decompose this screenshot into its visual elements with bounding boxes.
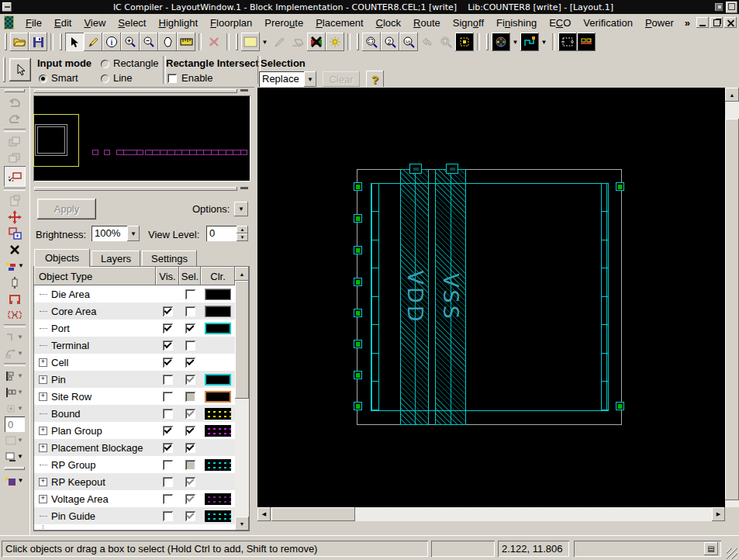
pan-button[interactable] (158, 33, 177, 51)
port[interactable] (354, 402, 362, 410)
column-vis[interactable]: Vis. (156, 267, 179, 285)
sel-checkbox[interactable] (185, 426, 195, 436)
toolbar-grip[interactable] (357, 33, 359, 50)
chevron-down-icon[interactable]: ▼ (16, 473, 25, 489)
object-row-terminal[interactable]: Terminal (34, 337, 235, 354)
column-sel[interactable]: Sel. (179, 267, 201, 285)
open-button[interactable] (10, 33, 29, 51)
scroll-down-icon[interactable]: ▼ (235, 517, 249, 531)
vis-checkbox[interactable] (163, 340, 173, 351)
chevron-down-icon[interactable]: ▼ (304, 71, 316, 87)
purge-highlight-button[interactable] (307, 33, 326, 51)
mdi-close-button[interactable] (724, 17, 737, 28)
menu-signoff[interactable]: Signoff (447, 16, 490, 30)
flip-button[interactable]: ▼ (2, 329, 28, 345)
overview-dock-grip[interactable] (34, 89, 237, 93)
object-row-cell[interactable]: +Cell (34, 354, 235, 371)
zoom-to-selected-button[interactable] (4, 166, 26, 186)
layer-flag-button[interactable]: ▼ (2, 472, 28, 489)
color-swatch[interactable] (205, 408, 231, 420)
gate-move-button[interactable] (2, 290, 28, 306)
toolbar-grip[interactable] (5, 89, 25, 92)
menu-route[interactable]: Route (407, 16, 447, 30)
net-search-dropdown[interactable]: ▼ (539, 34, 549, 50)
panel-dock-grip[interactable] (34, 187, 237, 191)
scrollbar-trough[interactable] (235, 399, 249, 517)
help-button[interactable]: ? (366, 71, 384, 88)
color-swatch[interactable] (205, 306, 231, 317)
brightness-combo[interactable]: 100% ▼ (92, 226, 140, 241)
snap-button[interactable]: ▼ (2, 400, 28, 417)
net-search-button[interactable] (520, 33, 539, 51)
chevron-down-icon[interactable]: ▼ (16, 449, 25, 465)
sel-checkbox[interactable] (185, 340, 195, 351)
scroll-right-icon[interactable]: ▶ (712, 507, 725, 521)
expander-icon[interactable]: + (39, 427, 47, 435)
ap​ply-button[interactable]: Apply (37, 199, 96, 220)
column-object-type[interactable]: Object Type (34, 267, 156, 285)
vis-checkbox[interactable] (163, 409, 173, 419)
table-scrollbar[interactable]: ▲ ▼ (235, 267, 249, 531)
color-palette-button[interactable] (492, 33, 510, 51)
expander-icon[interactable]: + (39, 495, 47, 503)
toolbar-grip[interactable] (3, 57, 5, 82)
cell-select-button[interactable] (558, 33, 577, 51)
mdi-restore-button[interactable] (710, 17, 723, 28)
port[interactable] (354, 278, 362, 286)
sel-checkbox[interactable] (185, 358, 195, 368)
port[interactable] (616, 402, 624, 410)
menu-file[interactable]: File (19, 16, 48, 30)
object-row-pin-guide[interactable]: Pin Guide (34, 507, 235, 524)
align-side-button[interactable]: ▼ (2, 384, 28, 400)
color-palette-dropdown[interactable]: ▼ (510, 34, 520, 50)
design-overview[interactable] (33, 95, 250, 181)
menu-preroute[interactable]: Preroute (258, 16, 309, 30)
redo-button[interactable] (2, 111, 28, 127)
panel-collapse-button[interactable] (240, 187, 248, 189)
zoom-fit-button[interactable] (362, 33, 381, 51)
object-row-voltage-area[interactable]: +Voltage Area (34, 490, 235, 507)
toolbar-grip[interactable] (486, 33, 489, 50)
save-button[interactable] (29, 33, 47, 51)
object-row-bound[interactable]: Bound (34, 405, 235, 422)
spin-down-icon[interactable]: ▼ (237, 233, 248, 241)
sel-checkbox[interactable] (185, 289, 195, 299)
expander-icon[interactable]: + (39, 392, 47, 401)
scrollbar-trough[interactable] (355, 507, 712, 521)
object-row-port[interactable]: Port (34, 320, 235, 337)
zoom-previous-button[interactable] (437, 33, 455, 51)
scrollbar-thumb[interactable] (271, 507, 355, 521)
power-strap-vss[interactable]: VSS (435, 169, 466, 425)
object-row-plan-group[interactable]: +Plan Group (34, 422, 235, 439)
sel-checkbox[interactable] (185, 323, 195, 334)
layout-canvas[interactable]: VDDVSS (257, 88, 725, 520)
menu-floorplan[interactable]: Floorplan (204, 16, 258, 30)
tab-layers[interactable]: Layers (92, 251, 140, 267)
vis-checkbox[interactable] (163, 375, 173, 385)
object-row-core-area[interactable]: Core Area (34, 302, 235, 320)
sel-checkbox[interactable] (185, 306, 195, 316)
spacing-value-field[interactable]: 0 (5, 417, 25, 432)
vis-checkbox[interactable] (163, 443, 173, 453)
query-info-button[interactable]: i (102, 33, 121, 51)
input-mode-smart-radio[interactable]: Smart (39, 72, 78, 84)
color-swatch[interactable] (205, 459, 231, 471)
color-swatch[interactable] (205, 374, 231, 385)
resize-grip[interactable] (727, 548, 737, 559)
scroll-left-icon[interactable]: ◀ (257, 507, 271, 521)
menu-eco[interactable]: ECO (543, 16, 577, 30)
abut-button[interactable] (2, 306, 28, 323)
color-swatch[interactable] (205, 510, 231, 522)
flight-lines-button[interactable] (205, 33, 223, 51)
zoom-out-button[interactable] (140, 33, 158, 51)
input-mode-line-radio[interactable]: Line (101, 72, 133, 84)
menu-highlight[interactable]: Highlight (152, 16, 204, 30)
port[interactable] (354, 246, 362, 254)
tab-objects[interactable]: Objects (34, 249, 90, 267)
align-edge-button[interactable]: ▼ (2, 368, 28, 384)
scrollbar-thumb[interactable] (235, 281, 249, 399)
scrollbar-trough[interactable] (725, 500, 739, 507)
fill-notch-button[interactable]: 3 (577, 33, 596, 51)
scroll-up-icon[interactable]: ▲ (235, 267, 249, 281)
site-row-column[interactable] (601, 183, 609, 411)
